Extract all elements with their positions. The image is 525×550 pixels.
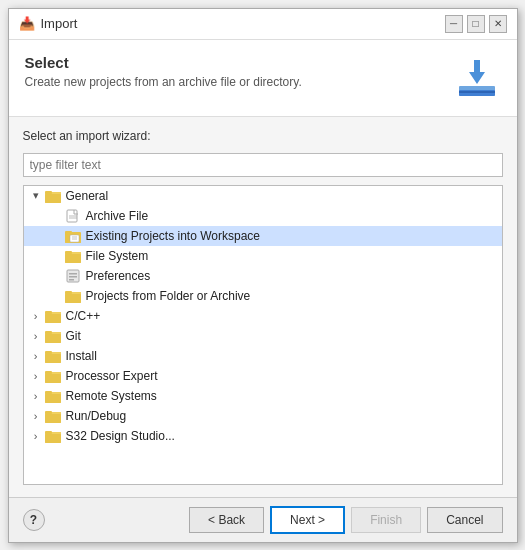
tree-toggle-remote-systems[interactable]: ›: [28, 390, 44, 402]
tree-label-preferences: Preferences: [86, 269, 151, 283]
import-dialog: 📥 Import ─ □ ✕ Select Create new project…: [8, 8, 518, 543]
svg-rect-24: [69, 279, 74, 281]
svg-rect-1: [459, 90, 495, 96]
tree-icon-projects-from-folder: [64, 288, 82, 304]
dialog-footer: ? < Back Next > Finish Cancel: [9, 497, 517, 542]
svg-rect-6: [45, 194, 61, 203]
tree-label-processor-expert: Processor Expert: [66, 369, 158, 383]
tree-label-file-system: File System: [86, 249, 149, 263]
tree-label-run-debug: Run/Debug: [66, 409, 127, 423]
tree-icon-remote-systems: [44, 388, 62, 404]
tree-item-install[interactable]: ›Install: [24, 346, 502, 366]
title-bar-left: 📥 Import: [19, 16, 78, 32]
svg-rect-56: [45, 431, 52, 434]
tree-icon-existing-projects: [64, 228, 82, 244]
dialog-header: Select Create new projects from an archi…: [9, 40, 517, 117]
tree-item-preferences[interactable]: Preferences: [24, 266, 502, 286]
header-text: Select Create new projects from an archi…: [25, 54, 302, 89]
wizard-label: Select an import wizard:: [23, 129, 503, 143]
tree-label-existing-projects: Existing Projects into Workspace: [86, 229, 261, 243]
tree-icon-s32-design-studio: [44, 428, 62, 444]
tree-toggle-s32-design-studio[interactable]: ›: [28, 430, 44, 442]
title-controls: ─ □ ✕: [445, 15, 507, 33]
tree-item-archive-file[interactable]: Archive File: [24, 206, 502, 226]
filter-input[interactable]: [23, 153, 503, 177]
tree-toggle-general[interactable]: ▾: [28, 189, 44, 202]
svg-marker-2: [469, 60, 485, 84]
tree-label-archive-file: Archive File: [86, 209, 149, 223]
svg-rect-51: [45, 414, 61, 423]
close-button[interactable]: ✕: [489, 15, 507, 33]
svg-rect-7: [45, 191, 52, 194]
tree-toggle-cpp[interactable]: ›: [28, 310, 44, 322]
tree-label-install: Install: [66, 349, 97, 363]
tree-item-s32-design-studio[interactable]: ›S32 Design Studio...: [24, 426, 502, 446]
finish-button[interactable]: Finish: [351, 507, 421, 533]
tree-item-file-system[interactable]: File System: [24, 246, 502, 266]
header-icon: [453, 54, 501, 102]
svg-rect-19: [65, 254, 81, 263]
tree-item-general[interactable]: ▾General: [24, 186, 502, 206]
minimize-button[interactable]: ─: [445, 15, 463, 33]
tree-icon-cpp: [44, 308, 62, 324]
svg-rect-43: [45, 374, 61, 383]
footer-buttons: < Back Next > Finish Cancel: [189, 506, 502, 534]
tree-label-git: Git: [66, 329, 81, 343]
svg-rect-39: [45, 354, 61, 363]
header-description: Create new projects from an archive file…: [25, 75, 302, 89]
svg-rect-44: [45, 371, 52, 374]
next-button[interactable]: Next >: [270, 506, 345, 534]
svg-rect-52: [45, 411, 52, 414]
tree-toggle-install[interactable]: ›: [28, 350, 44, 362]
tree-item-existing-projects[interactable]: Existing Projects into Workspace: [24, 226, 502, 246]
svg-rect-35: [45, 334, 61, 343]
maximize-button[interactable]: □: [467, 15, 485, 33]
svg-rect-47: [45, 394, 61, 403]
dialog-content: Select an import wizard: ▾GeneralArchive…: [9, 117, 517, 497]
svg-rect-55: [45, 434, 61, 443]
tree-item-projects-from-folder[interactable]: Projects from Folder or Archive: [24, 286, 502, 306]
tree-label-cpp: C/C++: [66, 309, 101, 323]
tree-item-remote-systems[interactable]: ›Remote Systems: [24, 386, 502, 406]
cancel-button[interactable]: Cancel: [427, 507, 502, 533]
tree-icon-run-debug: [44, 408, 62, 424]
tree-label-remote-systems: Remote Systems: [66, 389, 157, 403]
tree-item-cpp[interactable]: ›C/C++: [24, 306, 502, 326]
header-heading: Select: [25, 54, 302, 71]
dialog-title: Import: [41, 16, 78, 31]
svg-rect-31: [45, 314, 61, 323]
tree-icon-install: [44, 348, 62, 364]
tree-icon-preferences: [64, 268, 82, 284]
svg-rect-14: [70, 235, 79, 242]
title-bar: 📥 Import ─ □ ✕: [9, 9, 517, 40]
tree-container[interactable]: ▾GeneralArchive FileExisting Projects in…: [23, 185, 503, 485]
tree-icon-file-system: [64, 248, 82, 264]
svg-rect-27: [65, 294, 81, 303]
tree-item-processor-expert[interactable]: ›Processor Expert: [24, 366, 502, 386]
svg-rect-36: [45, 331, 52, 334]
svg-rect-48: [45, 391, 52, 394]
svg-rect-13: [65, 231, 72, 234]
tree-icon-general: [44, 188, 62, 204]
svg-rect-23: [69, 276, 77, 278]
tree-label-general: General: [66, 189, 109, 203]
tree-toggle-git[interactable]: ›: [28, 330, 44, 342]
dialog-icon: 📥: [19, 16, 35, 32]
svg-rect-20: [65, 251, 72, 254]
svg-rect-40: [45, 351, 52, 354]
tree-item-run-debug[interactable]: ›Run/Debug: [24, 406, 502, 426]
svg-rect-22: [69, 273, 77, 275]
help-button[interactable]: ?: [23, 509, 45, 531]
tree-item-git[interactable]: ›Git: [24, 326, 502, 346]
tree-label-s32-design-studio: S32 Design Studio...: [66, 429, 175, 443]
svg-rect-28: [65, 291, 72, 294]
tree-icon-archive-file: [64, 208, 82, 224]
tree-toggle-processor-expert[interactable]: ›: [28, 370, 44, 382]
tree-icon-processor-expert: [44, 368, 62, 384]
tree-icon-git: [44, 328, 62, 344]
tree-label-projects-from-folder: Projects from Folder or Archive: [86, 289, 251, 303]
tree-toggle-run-debug[interactable]: ›: [28, 410, 44, 422]
back-button[interactable]: < Back: [189, 507, 264, 533]
svg-rect-32: [45, 311, 52, 314]
